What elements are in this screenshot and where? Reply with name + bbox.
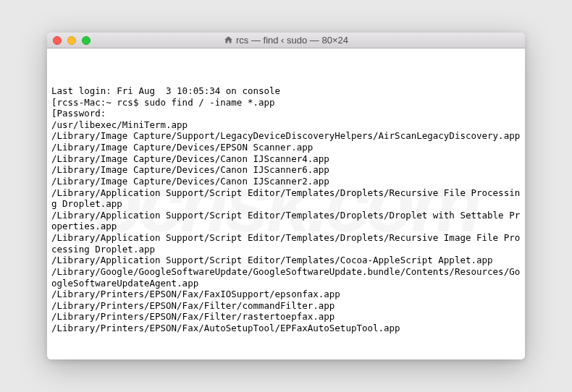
terminal-line: /Library/Printers/EPSON/Fax/Filter/raste… xyxy=(51,311,521,323)
terminal-line: /Library/Application Support/Script Edit… xyxy=(51,255,521,266)
terminal-line: /Library/Image Capture/Devices/EPSON Sca… xyxy=(51,142,521,153)
minimize-button[interactable] xyxy=(67,36,76,45)
titlebar[interactable]: rcs — find ‹ sudo — 80×24 xyxy=(47,33,525,48)
terminal-line: /Library/Application Support/Script Edit… xyxy=(51,210,521,232)
close-button[interactable] xyxy=(53,36,62,45)
terminal-window: rcs — find ‹ sudo — 80×24 pcrisk.com Las… xyxy=(47,33,525,359)
terminal-lines: Last login: Fri Aug 3 10:05:34 on consol… xyxy=(51,85,521,334)
home-icon xyxy=(224,35,233,45)
terminal-output[interactable]: pcrisk.com Last login: Fri Aug 3 10:05:3… xyxy=(47,48,525,359)
terminal-line: /Library/Image Capture/Support/LegacyDev… xyxy=(51,130,521,142)
window-title-text: rcs — find ‹ sudo — 80×24 xyxy=(236,35,348,46)
terminal-line: /Library/Printers/EPSON/Fax/FaxIOSupport… xyxy=(51,289,521,300)
terminal-line: /Library/Printers/EPSON/Fax/Filter/comma… xyxy=(51,300,521,312)
terminal-line: /Library/Image Capture/Devices/Canon IJS… xyxy=(51,164,521,176)
terminal-line: /Library/Printers/EPSON/Fax/AutoSetupToo… xyxy=(51,323,521,334)
terminal-line: /Library/Image Capture/Devices/Canon IJS… xyxy=(51,153,521,165)
terminal-line: /Library/Application Support/Script Edit… xyxy=(51,187,521,210)
terminal-line: Last login: Fri Aug 3 10:05:34 on consol… xyxy=(51,85,521,97)
terminal-line: [Password: xyxy=(51,108,521,119)
terminal-line: [rcss-Mac:~ rcs$ sudo find / -iname *.ap… xyxy=(51,97,521,108)
maximize-button[interactable] xyxy=(82,36,91,45)
window-title: rcs — find ‹ sudo — 80×24 xyxy=(224,35,348,46)
terminal-line: /Library/Google/GoogleSoftwareUpdate/Goo… xyxy=(51,266,521,289)
terminal-line: /Library/Image Capture/Devices/Canon IJS… xyxy=(51,176,521,187)
terminal-line: /usr/libexec/MiniTerm.app xyxy=(51,119,521,131)
traffic-lights xyxy=(53,36,91,45)
terminal-line: /Library/Application Support/Script Edit… xyxy=(51,232,521,255)
